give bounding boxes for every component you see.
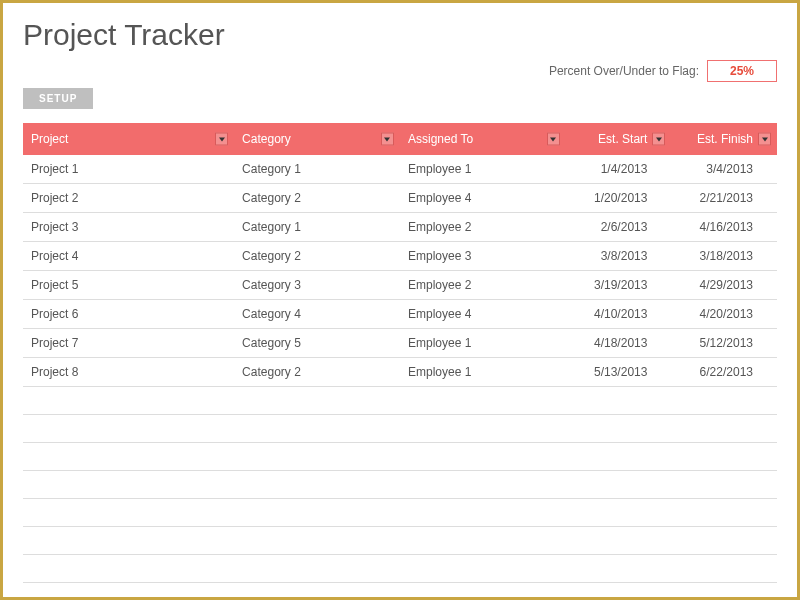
cell-assigned[interactable]: Employee 3 (400, 242, 566, 271)
filter-dropdown-icon[interactable] (652, 133, 665, 146)
cell-empty[interactable] (671, 527, 777, 555)
table-row-empty[interactable] (23, 443, 777, 471)
cell-empty[interactable] (400, 471, 566, 499)
table-row-empty[interactable] (23, 555, 777, 583)
cell-project[interactable]: Project 7 (23, 329, 234, 358)
table-row-empty[interactable] (23, 499, 777, 527)
cell-category[interactable]: Category 5 (234, 329, 400, 358)
cell-empty[interactable] (234, 527, 400, 555)
cell-empty[interactable] (566, 471, 672, 499)
cell-category[interactable]: Category 4 (234, 300, 400, 329)
cell-empty[interactable] (566, 499, 672, 527)
cell-empty[interactable] (671, 555, 777, 583)
table-row[interactable]: Project 3 Category 1 Employee 2 2/6/2013… (23, 213, 777, 242)
table-row-empty[interactable] (23, 387, 777, 415)
cell-project[interactable]: Project 5 (23, 271, 234, 300)
flag-value-input[interactable]: 25% (707, 60, 777, 82)
cell-est-finish[interactable]: 4/29/2013 (671, 271, 777, 300)
cell-project[interactable]: Project 6 (23, 300, 234, 329)
table-row[interactable]: Project 6 Category 4 Employee 4 4/10/201… (23, 300, 777, 329)
cell-est-finish[interactable]: 3/18/2013 (671, 242, 777, 271)
cell-empty[interactable] (400, 415, 566, 443)
cell-empty[interactable] (234, 387, 400, 415)
cell-category[interactable]: Category 3 (234, 271, 400, 300)
column-header-est-start[interactable]: Est. Start (566, 123, 672, 155)
cell-empty[interactable] (234, 443, 400, 471)
cell-project[interactable]: Project 3 (23, 213, 234, 242)
cell-empty[interactable] (671, 415, 777, 443)
cell-empty[interactable] (671, 471, 777, 499)
cell-empty[interactable] (566, 555, 672, 583)
cell-assigned[interactable]: Employee 4 (400, 184, 566, 213)
table-row[interactable]: Project 5 Category 3 Employee 2 3/19/201… (23, 271, 777, 300)
cell-empty[interactable] (23, 499, 234, 527)
cell-empty[interactable] (671, 443, 777, 471)
cell-est-start[interactable]: 4/18/2013 (566, 329, 672, 358)
cell-empty[interactable] (566, 443, 672, 471)
cell-project[interactable]: Project 4 (23, 242, 234, 271)
cell-est-start[interactable]: 2/6/2013 (566, 213, 672, 242)
table-row-empty[interactable] (23, 415, 777, 443)
cell-est-start[interactable]: 4/10/2013 (566, 300, 672, 329)
table-row[interactable]: Project 1 Category 1 Employee 1 1/4/2013… (23, 155, 777, 184)
cell-est-finish[interactable]: 4/20/2013 (671, 300, 777, 329)
cell-empty[interactable] (23, 387, 234, 415)
filter-dropdown-icon[interactable] (215, 133, 228, 146)
filter-dropdown-icon[interactable] (381, 133, 394, 146)
column-header-project[interactable]: Project (23, 123, 234, 155)
cell-empty[interactable] (566, 415, 672, 443)
cell-category[interactable]: Category 2 (234, 242, 400, 271)
cell-empty[interactable] (234, 499, 400, 527)
cell-category[interactable]: Category 1 (234, 213, 400, 242)
cell-empty[interactable] (23, 471, 234, 499)
column-header-category[interactable]: Category (234, 123, 400, 155)
cell-empty[interactable] (23, 527, 234, 555)
cell-assigned[interactable]: Employee 1 (400, 329, 566, 358)
table-row[interactable]: Project 2 Category 2 Employee 4 1/20/201… (23, 184, 777, 213)
cell-est-finish[interactable]: 6/22/2013 (671, 358, 777, 387)
cell-empty[interactable] (671, 387, 777, 415)
cell-est-finish[interactable]: 2/21/2013 (671, 184, 777, 213)
cell-assigned[interactable]: Employee 1 (400, 155, 566, 184)
cell-est-finish[interactable]: 4/16/2013 (671, 213, 777, 242)
cell-empty[interactable] (400, 555, 566, 583)
cell-empty[interactable] (23, 415, 234, 443)
table-row[interactable]: Project 4 Category 2 Employee 3 3/8/2013… (23, 242, 777, 271)
filter-dropdown-icon[interactable] (547, 133, 560, 146)
cell-category[interactable]: Category 1 (234, 155, 400, 184)
cell-category[interactable]: Category 2 (234, 358, 400, 387)
cell-empty[interactable] (234, 471, 400, 499)
cell-assigned[interactable]: Employee 1 (400, 358, 566, 387)
cell-est-start[interactable]: 1/20/2013 (566, 184, 672, 213)
cell-assigned[interactable]: Employee 2 (400, 271, 566, 300)
column-header-assigned[interactable]: Assigned To (400, 123, 566, 155)
cell-empty[interactable] (566, 387, 672, 415)
cell-empty[interactable] (566, 527, 672, 555)
table-row-empty[interactable] (23, 471, 777, 499)
table-row[interactable]: Project 8 Category 2 Employee 1 5/13/201… (23, 358, 777, 387)
cell-project[interactable]: Project 8 (23, 358, 234, 387)
cell-empty[interactable] (400, 443, 566, 471)
column-header-est-finish[interactable]: Est. Finish (671, 123, 777, 155)
cell-empty[interactable] (400, 387, 566, 415)
cell-est-start[interactable]: 5/13/2013 (566, 358, 672, 387)
cell-empty[interactable] (234, 555, 400, 583)
cell-category[interactable]: Category 2 (234, 184, 400, 213)
table-row-empty[interactable] (23, 527, 777, 555)
cell-assigned[interactable]: Employee 4 (400, 300, 566, 329)
cell-est-start[interactable]: 3/8/2013 (566, 242, 672, 271)
cell-assigned[interactable]: Employee 2 (400, 213, 566, 242)
filter-dropdown-icon[interactable] (758, 133, 771, 146)
cell-est-start[interactable]: 1/4/2013 (566, 155, 672, 184)
cell-est-start[interactable]: 3/19/2013 (566, 271, 672, 300)
cell-project[interactable]: Project 2 (23, 184, 234, 213)
cell-est-finish[interactable]: 3/4/2013 (671, 155, 777, 184)
cell-empty[interactable] (671, 499, 777, 527)
cell-empty[interactable] (23, 555, 234, 583)
cell-empty[interactable] (400, 527, 566, 555)
cell-empty[interactable] (400, 499, 566, 527)
cell-project[interactable]: Project 1 (23, 155, 234, 184)
setup-button[interactable]: SETUP (23, 88, 93, 109)
cell-empty[interactable] (23, 443, 234, 471)
cell-empty[interactable] (234, 415, 400, 443)
